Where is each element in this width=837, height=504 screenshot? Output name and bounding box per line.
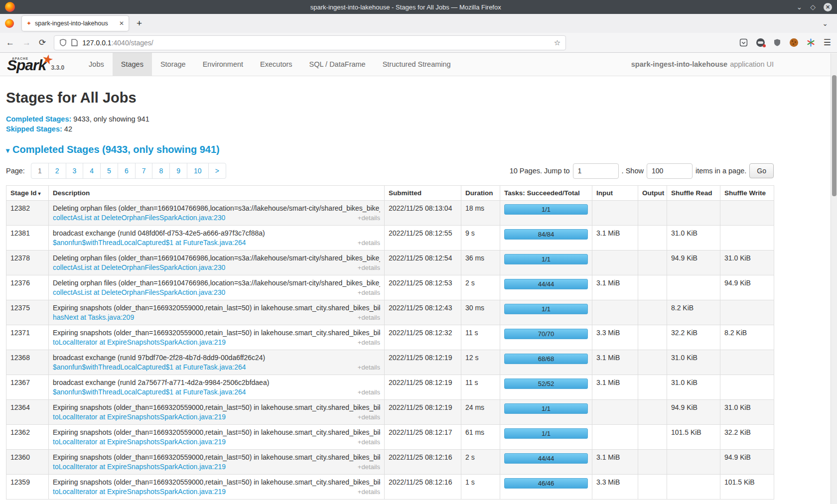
nav-item-structured-streaming[interactable]: Structured Streaming bbox=[374, 53, 459, 76]
details-toggle[interactable]: +details bbox=[358, 264, 380, 271]
page-button-3[interactable]: 3 bbox=[66, 163, 84, 179]
items-per-page-input[interactable] bbox=[647, 163, 693, 179]
forward-button[interactable]: → bbox=[22, 38, 31, 48]
shuffle-write-cell bbox=[720, 375, 774, 400]
stage-callsite-link[interactable]: $anonfun$withThreadLocalCaptured$1 at Fu… bbox=[53, 363, 246, 371]
duration-cell: 24 ms bbox=[461, 400, 500, 425]
completed-stages-section-header[interactable]: ▾Completed Stages (9433, only showing 94… bbox=[6, 144, 837, 155]
scrollbar-thumb[interactable] bbox=[832, 75, 837, 196]
nav-item-jobs[interactable]: Jobs bbox=[80, 53, 113, 76]
url-bar[interactable]: 127.0.0.1:4040/stages/ ☆ bbox=[54, 35, 566, 50]
maximize-button[interactable]: ◇ bbox=[810, 3, 816, 10]
details-toggle[interactable]: +details bbox=[358, 364, 380, 371]
browser-tab[interactable]: ✦ spark-ingest-into-lakehous ✕ bbox=[22, 16, 129, 31]
firefox-logo-icon bbox=[5, 2, 15, 12]
nav-item-executors[interactable]: Executors bbox=[252, 53, 300, 76]
bookmark-star-icon[interactable]: ☆ bbox=[554, 38, 560, 47]
stage-description: Expiring snapshots (older_than=166932055… bbox=[53, 453, 380, 461]
column-header-stage-id[interactable]: Stage Id▾ bbox=[6, 186, 49, 201]
column-header-duration[interactable]: Duration bbox=[461, 186, 500, 201]
page-button-5[interactable]: 5 bbox=[100, 163, 118, 179]
page-button-next[interactable]: > bbox=[208, 163, 226, 179]
details-toggle[interactable]: +details bbox=[358, 438, 380, 446]
details-toggle[interactable]: +details bbox=[358, 314, 380, 321]
stage-callsite-link[interactable]: toLocalIterator at ExpireSnapshotsSparkA… bbox=[53, 413, 226, 421]
details-toggle[interactable]: +details bbox=[358, 488, 380, 496]
nav-item-stages[interactable]: Stages bbox=[113, 53, 152, 76]
cookie-extension-icon[interactable] bbox=[790, 38, 798, 47]
input-cell: 3.3 MiB bbox=[592, 475, 638, 500]
details-toggle[interactable]: +details bbox=[358, 388, 380, 396]
stage-callsite-link[interactable]: collectAsList at DeleteOrphanFilesSparkA… bbox=[53, 263, 225, 271]
firefox-icon[interactable] bbox=[5, 19, 14, 28]
stage-callsite-link[interactable]: toLocalIterator at ExpireSnapshotsSparkA… bbox=[53, 438, 226, 446]
stage-callsite-link[interactable]: toLocalIterator at ExpireSnapshotsSparkA… bbox=[53, 338, 226, 346]
spark-logo[interactable]: APACHE Spark ★ 3.3.0 bbox=[0, 53, 71, 76]
shuffle-write-cell bbox=[720, 300, 774, 325]
input-cell: 3.3 MiB bbox=[592, 325, 638, 350]
stage-callsite-link[interactable]: $anonfun$withThreadLocalCaptured$1 at Fu… bbox=[53, 239, 246, 247]
table-row: 12359 Expiring snapshots (older_than=166… bbox=[6, 475, 774, 500]
tasks-cell: 68/68 bbox=[500, 350, 592, 375]
stage-callsite-link[interactable]: toLocalIterator at ExpireSnapshotsSparkA… bbox=[53, 463, 226, 471]
column-header-output[interactable]: Output bbox=[638, 186, 667, 201]
table-row: 12378 Deleting orphan files (older_than=… bbox=[6, 251, 774, 275]
stage-callsite-link[interactable]: $anonfun$withThreadLocalCaptured$1 at Fu… bbox=[53, 388, 246, 396]
tasks-cell: 70/70 bbox=[500, 325, 592, 350]
vertical-scrollbar[interactable] bbox=[831, 53, 837, 504]
shield-icon[interactable] bbox=[59, 39, 67, 46]
details-toggle[interactable]: +details bbox=[358, 289, 380, 296]
ublock-shield-icon[interactable] bbox=[773, 38, 781, 47]
output-cell bbox=[638, 375, 667, 400]
column-header-shuffle-read[interactable]: Shuffle Read bbox=[667, 186, 720, 201]
reload-button[interactable]: ⟳ bbox=[39, 37, 46, 48]
list-tabs-chevron-icon[interactable]: ⌄ bbox=[822, 19, 828, 27]
menu-hamburger-icon[interactable]: ☰ bbox=[824, 37, 831, 48]
details-toggle[interactable]: +details bbox=[358, 214, 380, 222]
tab-close-icon[interactable]: ✕ bbox=[119, 20, 124, 27]
page-button-4[interactable]: 4 bbox=[83, 163, 101, 179]
page-button-9[interactable]: 9 bbox=[169, 163, 187, 179]
column-header-tasks-succeeded-total[interactable]: Tasks: Succeeded/Total bbox=[500, 186, 592, 201]
tasks-cell: 44/44 bbox=[500, 275, 592, 300]
column-header-input[interactable]: Input bbox=[592, 186, 638, 201]
stage-callsite-link[interactable]: hasNext at Tasks.java:209 bbox=[53, 313, 134, 321]
shuffle-read-cell: 8.2 KiB bbox=[667, 300, 720, 325]
description-cell: Expiring snapshots (older_than=166932055… bbox=[49, 450, 385, 475]
stage-callsite-link[interactable]: collectAsList at DeleteOrphanFilesSparkA… bbox=[53, 214, 225, 222]
column-header-shuffle-write[interactable]: Shuffle Write bbox=[720, 186, 774, 201]
details-toggle[interactable]: +details bbox=[358, 339, 380, 346]
page-button-8[interactable]: 8 bbox=[152, 163, 170, 179]
page-button-2[interactable]: 2 bbox=[48, 163, 66, 179]
nav-item-storage[interactable]: Storage bbox=[152, 53, 194, 76]
back-button[interactable]: ← bbox=[6, 38, 14, 48]
page-info-icon[interactable] bbox=[71, 39, 78, 46]
column-header-submitted[interactable]: Submitted bbox=[385, 186, 461, 201]
url-text[interactable]: 127.0.0.1:4040/stages/ bbox=[82, 39, 550, 47]
column-header-description[interactable]: Description bbox=[49, 186, 385, 201]
details-toggle[interactable]: +details bbox=[358, 239, 380, 247]
stage-callsite-link[interactable]: toLocalIterator at ExpireSnapshotsSparkA… bbox=[53, 488, 226, 496]
tasks-progress-bar: 44/44 bbox=[504, 279, 588, 289]
submitted-cell: 2022/11/25 08:13:04 bbox=[385, 201, 461, 226]
page-button-6[interactable]: 6 bbox=[118, 163, 136, 179]
table-row: 12375 Expiring snapshots (older_than=166… bbox=[6, 300, 774, 325]
table-row: 12360 Expiring snapshots (older_than=166… bbox=[6, 450, 774, 475]
pocket-icon[interactable] bbox=[739, 38, 748, 47]
details-toggle[interactable]: +details bbox=[358, 413, 380, 421]
nav-item-environment[interactable]: Environment bbox=[194, 53, 252, 76]
asterisk-extension-icon[interactable] bbox=[807, 38, 815, 47]
page-button-1[interactable]: 1 bbox=[31, 163, 49, 179]
nav-item-sql-dataframe[interactable]: SQL / DataFrame bbox=[301, 53, 374, 76]
new-tab-button[interactable]: + bbox=[137, 18, 142, 29]
page-button-10[interactable]: 10 bbox=[187, 163, 209, 179]
page-button-7[interactable]: 7 bbox=[135, 163, 153, 179]
close-button[interactable]: ✕ bbox=[824, 3, 832, 11]
go-button[interactable]: Go bbox=[749, 163, 774, 178]
tasks-cell: 52/52 bbox=[500, 375, 592, 400]
stage-callsite-link[interactable]: collectAsList at DeleteOrphanFilesSparkA… bbox=[53, 288, 225, 296]
privacy-extension-icon[interactable] bbox=[756, 38, 765, 47]
jump-to-page-input[interactable] bbox=[573, 163, 619, 179]
details-toggle[interactable]: +details bbox=[358, 463, 380, 471]
minimize-button[interactable]: ⌄ bbox=[796, 3, 802, 10]
